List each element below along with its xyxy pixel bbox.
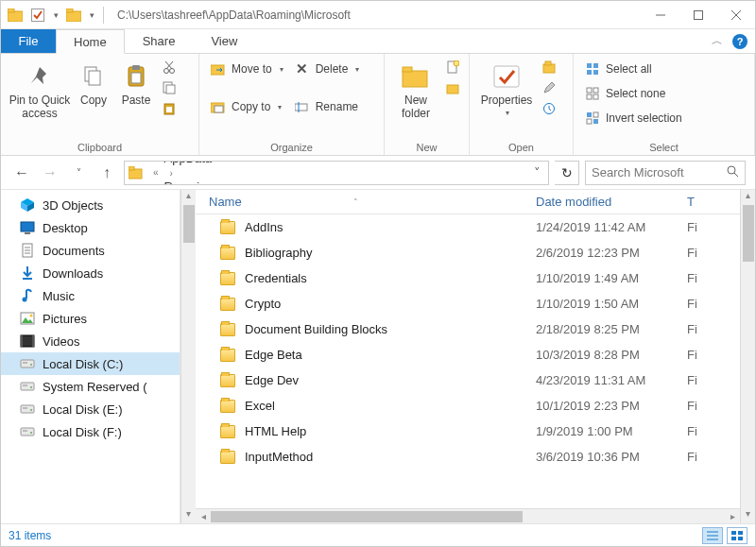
svg-rect-10 (89, 71, 100, 85)
history-icon[interactable] (541, 101, 557, 116)
paste-button[interactable]: Paste (114, 58, 158, 111)
sidebar-item[interactable]: Videos (1, 330, 180, 352)
table-row[interactable]: Edge Dev4/23/2019 11:31 AMFi (196, 368, 740, 393)
file-type: Fi (687, 424, 740, 438)
copy-path-icon[interactable] (162, 80, 177, 95)
svg-rect-0 (8, 11, 23, 22)
copy-to-icon (211, 99, 226, 114)
file-type: Fi (687, 246, 740, 260)
nav-back-button[interactable]: ← (10, 162, 33, 184)
column-type[interactable]: T (687, 195, 740, 209)
file-type: Fi (687, 322, 740, 336)
sidebar-item[interactable]: Local Disk (E:) (1, 398, 180, 420)
sidebar-item[interactable]: 3D Objects (1, 194, 180, 216)
address-bar[interactable]: « tashreef›AppData›Roaming›Microsoft ˅ (124, 161, 549, 185)
nav-up-button[interactable]: ↑ (95, 162, 118, 184)
svg-rect-37 (593, 63, 598, 68)
item-count: 31 items (9, 529, 51, 542)
folder-icon (220, 298, 235, 311)
table-row[interactable]: Excel10/1/2019 2:23 PMFi (196, 393, 740, 419)
tab-share[interactable]: Share (125, 29, 194, 53)
refresh-button[interactable]: ↻ (555, 161, 579, 185)
nav-forward-button[interactable]: → (39, 162, 61, 184)
sidebar-item[interactable]: Local Disk (C:) (1, 352, 180, 375)
breadcrumb-segment[interactable]: AppData (164, 161, 215, 166)
sidebar-item[interactable]: Desktop (1, 216, 180, 239)
sidebar-item[interactable]: Documents (1, 239, 180, 262)
delete-button[interactable]: ✕ Delete▾ (293, 60, 362, 78)
breadcrumb-segment[interactable]: Roaming (164, 179, 215, 185)
cut-icon[interactable] (162, 60, 177, 75)
select-all-button[interactable]: Select all (583, 60, 684, 78)
window-title: C:\Users\tashreef\AppData\Roaming\Micros… (112, 9, 642, 22)
content-scrollbar[interactable]: ▴▾ (740, 190, 755, 523)
sidebar-item[interactable]: System Reserved ( (1, 375, 180, 398)
copy-icon (78, 61, 109, 92)
table-row[interactable]: Credentials1/10/2019 1:49 AMFi (196, 265, 740, 291)
pin-to-quick-access-button[interactable]: Pin to Quick access (7, 58, 73, 124)
navigation-pane[interactable]: 3D ObjectsDesktopDocumentsDownloadsMusic… (1, 190, 180, 523)
svg-rect-12 (132, 65, 140, 70)
table-row[interactable]: Bibliography2/6/2019 12:23 PMFi (196, 240, 740, 265)
table-row[interactable]: Crypto1/10/2019 1:50 AMFi (196, 291, 740, 316)
sidebar-item[interactable]: Music (1, 284, 180, 307)
minimize-button[interactable] (642, 1, 679, 29)
column-name[interactable]: Name ˄ (196, 195, 536, 209)
table-row[interactable]: AddIns1/24/2019 11:42 AMFi (196, 214, 740, 240)
rename-button[interactable]: Rename (293, 97, 362, 116)
svg-rect-21 (166, 107, 172, 112)
table-row[interactable]: Edge Beta10/3/2019 8:28 PMFi (196, 342, 740, 368)
table-row[interactable]: InputMethod3/6/2019 10:36 PMFi (196, 444, 740, 470)
move-to-button[interactable]: Move to▾ (209, 60, 285, 78)
details-view-button[interactable] (702, 527, 723, 544)
svg-rect-67 (21, 335, 23, 347)
file-type: Fi (687, 297, 740, 311)
tab-view[interactable]: View (193, 29, 255, 53)
search-input[interactable]: Search Microsoft (585, 161, 746, 185)
new-item-icon[interactable] (445, 60, 460, 75)
rename-icon (295, 99, 310, 114)
svg-rect-76 (23, 407, 27, 409)
maximize-button[interactable] (679, 1, 717, 29)
table-row[interactable]: Document Building Blocks2/18/2019 8:25 P… (196, 316, 740, 342)
horizontal-scrollbar[interactable]: ◂▸ (196, 508, 740, 523)
table-row[interactable]: HTML Help1/9/2019 1:00 PMFi (196, 419, 740, 444)
address-dropdown-icon[interactable]: ˅ (530, 165, 544, 179)
select-none-button[interactable]: Select none (583, 84, 684, 103)
file-name: Credentials (245, 271, 307, 285)
file-date: 1/24/2019 11:42 AM (536, 220, 687, 234)
svg-rect-40 (587, 88, 592, 93)
copy-button[interactable]: Copy (73, 58, 114, 111)
sidebar-scrollbar[interactable]: ▴▾ (180, 190, 196, 523)
qat-dropdown-icon[interactable]: ▾ (50, 5, 61, 26)
breadcrumb[interactable]: tashreef›AppData›Roaming›Microsoft (164, 161, 215, 185)
easy-access-icon[interactable] (445, 80, 460, 95)
tab-home[interactable]: Home (56, 29, 125, 54)
edit-icon[interactable] (541, 80, 557, 95)
nav-recent-dropdown[interactable]: ˅ (67, 162, 90, 184)
copy-to-button[interactable]: Copy to▾ (209, 97, 285, 116)
sidebar-item[interactable]: Pictures (1, 307, 180, 330)
thumbnails-view-button[interactable] (727, 527, 747, 544)
sidebar-item[interactable]: Local Disk (F:) (1, 420, 180, 443)
help-icon[interactable]: ? (732, 34, 747, 49)
svg-point-14 (164, 69, 169, 74)
sidebar-item[interactable]: Downloads (1, 262, 180, 284)
column-headers[interactable]: Name ˄ Date modified T (196, 190, 740, 214)
move-to-icon (211, 61, 226, 77)
new-folder-button[interactable]: New folder (390, 58, 441, 124)
qat-folder-icon[interactable] (63, 5, 84, 26)
group-select: Select all Select none Invert selection … (574, 54, 755, 155)
column-date[interactable]: Date modified (536, 195, 687, 209)
open-icon[interactable] (541, 60, 557, 75)
qat-dropdown-icon-2[interactable]: ▾ (86, 5, 97, 26)
properties-button[interactable]: Properties ▾ (475, 58, 538, 121)
invert-selection-button[interactable]: Invert selection (583, 109, 684, 128)
paste-shortcut-icon[interactable] (162, 101, 177, 116)
svg-rect-55 (21, 222, 34, 231)
collapse-ribbon-icon[interactable]: ︿ (712, 33, 723, 49)
svg-point-74 (30, 386, 32, 388)
close-button[interactable] (717, 1, 755, 29)
tab-file[interactable]: File (1, 29, 56, 53)
qat-checkbox-icon[interactable] (27, 5, 48, 26)
